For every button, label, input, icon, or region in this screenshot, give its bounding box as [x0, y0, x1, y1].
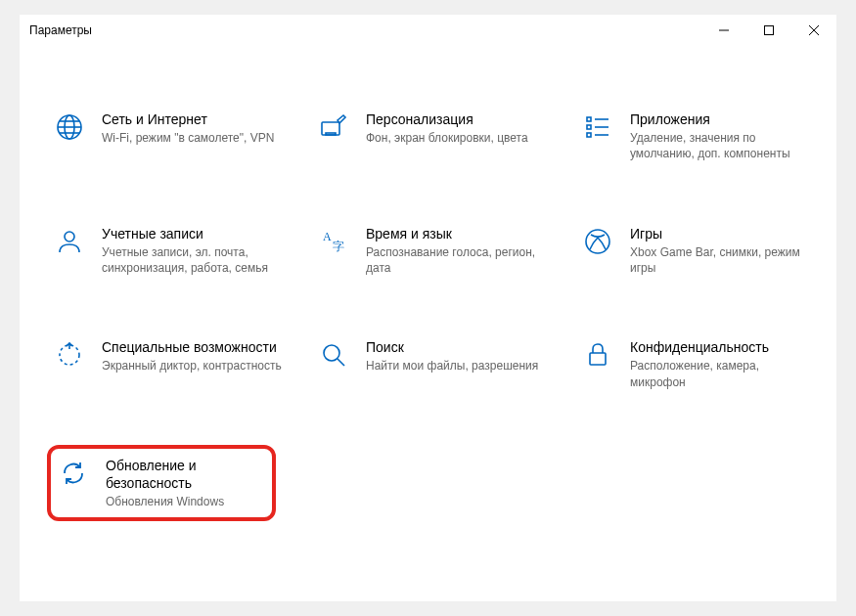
- apps-list-icon: [581, 110, 614, 144]
- tile-update-security[interactable]: Обновление и безопасность Обновления Win…: [49, 447, 274, 520]
- tile-accessibility[interactable]: Специальные возможности Экранный диктор,…: [49, 332, 303, 396]
- settings-window: Параметры Сеть и Интернет Wi-Fi, режим "…: [20, 15, 836, 601]
- tile-title: Поиск: [366, 338, 538, 356]
- tile-title: Игры: [630, 225, 816, 242]
- tile-gaming[interactable]: Игры Xbox Game Bar, снимки, режим игры: [577, 219, 832, 283]
- tile-desc: Фон, экран блокировки, цвета: [366, 130, 528, 146]
- svg-line-23: [338, 359, 344, 366]
- window-title: Параметры: [29, 23, 92, 37]
- tile-desc: Обновления Windows: [106, 494, 266, 509]
- lock-icon: [581, 338, 614, 372]
- tile-title: Сеть и Интернет: [102, 110, 274, 128]
- svg-rect-24: [590, 353, 606, 365]
- paintbrush-icon: [317, 110, 350, 144]
- svg-point-17: [65, 232, 74, 242]
- tile-accounts[interactable]: Учетные записи Учетные записи, эл. почта…: [49, 219, 303, 283]
- tile-text: Приложения Удаление, значения по умолчан…: [630, 110, 816, 162]
- tile-title: Конфиденциальность: [630, 338, 816, 356]
- tile-desc: Найти мои файлы, разрешения: [366, 358, 538, 374]
- tile-desc: Учетные записи, эл. почта, синхронизация…: [102, 244, 288, 276]
- minimize-icon: [719, 25, 729, 35]
- tile-search[interactable]: Поиск Найти мои файлы, разрешения: [313, 332, 567, 396]
- svg-rect-12: [587, 125, 591, 129]
- tile-title: Приложения: [630, 110, 816, 128]
- settings-grid: Сеть и Интернет Wi-Fi, режим "в самолете…: [20, 46, 836, 539]
- svg-rect-13: [587, 133, 591, 137]
- accessibility-icon: [53, 338, 86, 372]
- window-controls: [701, 15, 836, 46]
- tile-desc: Удаление, значения по умолчанию, доп. ко…: [630, 130, 816, 161]
- globe-icon: [53, 110, 86, 144]
- tile-desc: Экранный диктор, контрастность: [102, 358, 282, 374]
- tile-text: Поиск Найти мои файлы, разрешения: [366, 338, 538, 374]
- close-icon: [809, 25, 819, 35]
- tile-personalization[interactable]: Персонализация Фон, экран блокировки, цв…: [313, 105, 567, 168]
- tile-desc: Распознавание голоса, регион, дата: [366, 244, 552, 276]
- tile-text: Игры Xbox Game Bar, снимки, режим игры: [630, 225, 816, 277]
- svg-rect-11: [587, 117, 591, 121]
- close-button[interactable]: [791, 15, 836, 46]
- person-icon: [53, 225, 86, 258]
- tile-title: Учетные записи: [102, 225, 288, 242]
- tile-privacy[interactable]: Конфиденциальность Расположение, камера,…: [577, 332, 832, 396]
- tile-title: Обновление и безопасность: [106, 457, 266, 492]
- svg-rect-1: [765, 26, 774, 35]
- tile-desc: Xbox Game Bar, снимки, режим игры: [630, 244, 816, 276]
- svg-point-20: [586, 230, 609, 253]
- search-icon: [317, 338, 350, 372]
- titlebar: Параметры: [20, 15, 836, 46]
- svg-rect-10: [326, 133, 336, 135]
- tile-title: Специальные возможности: [102, 338, 282, 356]
- xbox-icon: [581, 225, 614, 258]
- svg-text:字: 字: [333, 240, 344, 253]
- maximize-icon: [764, 25, 774, 35]
- svg-text:A: A: [323, 230, 332, 243]
- tile-title: Персонализация: [366, 110, 528, 128]
- tile-text: Специальные возможности Экранный диктор,…: [102, 338, 282, 374]
- tile-title: Время и язык: [366, 225, 552, 242]
- tile-desc: Расположение, камера, микрофон: [630, 358, 816, 389]
- svg-point-22: [324, 345, 339, 361]
- maximize-button[interactable]: [746, 15, 791, 46]
- sync-icon: [57, 457, 90, 490]
- minimize-button[interactable]: [701, 15, 746, 46]
- tile-text: Персонализация Фон, экран блокировки, цв…: [366, 110, 528, 146]
- tile-apps[interactable]: Приложения Удаление, значения по умолчан…: [577, 105, 832, 168]
- tile-text: Конфиденциальность Расположение, камера,…: [630, 338, 816, 390]
- tile-text: Учетные записи Учетные записи, эл. почта…: [102, 225, 288, 277]
- tile-text: Сеть и Интернет Wi-Fi, режим "в самолете…: [102, 110, 274, 146]
- tile-network[interactable]: Сеть и Интернет Wi-Fi, режим "в самолете…: [49, 105, 303, 168]
- tile-text: Время и язык Распознавание голоса, регио…: [366, 225, 552, 277]
- tile-time-language[interactable]: A字 Время и язык Распознавание голоса, ре…: [313, 219, 567, 283]
- language-icon: A字: [317, 225, 350, 258]
- tile-text: Обновление и безопасность Обновления Win…: [106, 457, 266, 510]
- tile-desc: Wi-Fi, режим "в самолете", VPN: [102, 130, 274, 146]
